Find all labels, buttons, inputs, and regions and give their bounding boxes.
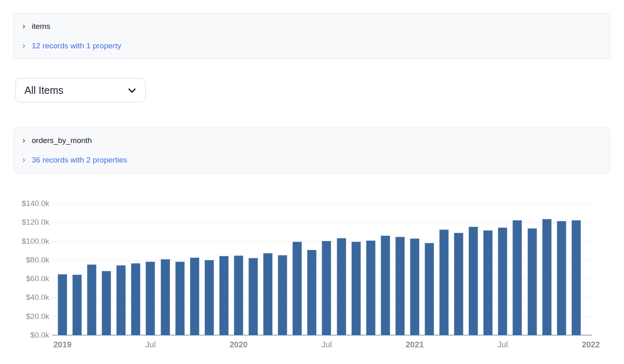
x-axis-tick-label: 2020 (210, 340, 267, 349)
bar-2020-06[interactable] (307, 250, 316, 335)
bar-2019-06[interactable] (131, 263, 140, 335)
bar-2021-09[interactable] (528, 228, 537, 335)
chevron-right-icon (21, 43, 26, 49)
x-axis-tick-label: 2019 (34, 340, 91, 349)
records-link-label: 12 records with 1 property (32, 40, 121, 52)
y-axis-tick-label: $0.0k (0, 329, 49, 341)
bar-2021-02[interactable] (425, 243, 434, 335)
x-axis-tick-label: Jul (122, 340, 179, 349)
records-link-label: 36 records with 2 properties (32, 154, 127, 166)
bar-2019-03[interactable] (87, 264, 96, 335)
query-toggle-orders-by-month[interactable]: orders_by_month (21, 135, 602, 146)
bar-2019-10[interactable] (190, 258, 199, 335)
chevron-right-icon (21, 138, 26, 143)
bar-2021-08[interactable] (513, 220, 522, 336)
bar-2019-07[interactable] (146, 262, 155, 335)
bar-2021-07[interactable] (498, 228, 507, 335)
y-axis-tick-label: $20.0k (0, 311, 49, 322)
bar-2021-11[interactable] (557, 221, 566, 335)
records-link-orders[interactable]: 36 records with 2 properties (21, 154, 602, 166)
bar-2019-11[interactable] (205, 260, 214, 335)
bar-2021-12[interactable] (572, 220, 581, 336)
bar-2020-09[interactable] (351, 242, 361, 335)
bar-2021-10[interactable] (542, 219, 552, 335)
bar-2020-04[interactable] (278, 255, 287, 335)
bar-2020-12[interactable] (395, 237, 405, 335)
bar-2019-01[interactable] (58, 274, 67, 335)
bar-2019-05[interactable] (116, 265, 126, 335)
x-axis-tick-label: 2022 (562, 340, 619, 349)
bar-2020-01[interactable] (234, 256, 243, 335)
x-axis-tick-label: Jul (474, 340, 531, 349)
bar-2021-05[interactable] (469, 227, 478, 335)
query-title: orders_by_month (32, 135, 92, 146)
x-axis-tick-label: Jul (298, 340, 355, 349)
y-axis-tick-label: $120.0k (0, 217, 49, 228)
y-axis-tick-label: $100.0k (0, 236, 49, 247)
y-axis-tick-label: $80.0k (0, 254, 49, 266)
y-axis-tick-label: $60.0k (0, 273, 49, 284)
items-select-value: All Items (24, 84, 63, 96)
query-panel-items: items 12 records with 1 property (13, 13, 610, 59)
bar-2020-08[interactable] (337, 238, 346, 335)
bar-2020-03[interactable] (263, 253, 273, 335)
bar-2020-07[interactable] (322, 241, 331, 335)
chevron-right-icon (21, 24, 26, 29)
bar-2019-02[interactable] (72, 275, 82, 335)
x-axis-tick-label: 2021 (386, 340, 443, 349)
gridline (52, 222, 592, 223)
items-select[interactable]: All Items (15, 78, 146, 102)
page: items 12 records with 1 property All Ite… (0, 0, 624, 364)
bar-2019-12[interactable] (219, 256, 229, 335)
records-link-items[interactable]: 12 records with 1 property (21, 40, 602, 52)
chevron-right-icon (21, 158, 26, 163)
bar-2019-09[interactable] (175, 262, 185, 335)
bar-2019-04[interactable] (102, 271, 111, 335)
y-axis-tick-label: $140.0k (0, 198, 49, 209)
gridline (52, 204, 592, 204)
bar-2021-01[interactable] (410, 238, 419, 335)
query-title: items (32, 21, 50, 32)
bar-2021-03[interactable] (439, 230, 449, 335)
y-axis-tick-label: $40.0k (0, 292, 49, 303)
bar-2021-04[interactable] (454, 233, 463, 335)
bar-2020-02[interactable] (249, 258, 258, 335)
bar-2019-08[interactable] (161, 259, 170, 335)
query-panel-orders-by-month: orders_by_month 36 records with 2 proper… (13, 128, 610, 173)
bar-2021-06[interactable] (483, 230, 493, 335)
bar-2020-05[interactable] (292, 242, 302, 335)
chevron-down-icon (127, 85, 137, 95)
query-toggle-items[interactable]: items (21, 21, 602, 32)
orders-bar-chart: $0.0k$20.0k$40.0k$60.0k$80.0k$100.0k$120… (0, 187, 624, 362)
bar-2020-11[interactable] (381, 236, 390, 335)
bar-2020-10[interactable] (366, 240, 375, 335)
